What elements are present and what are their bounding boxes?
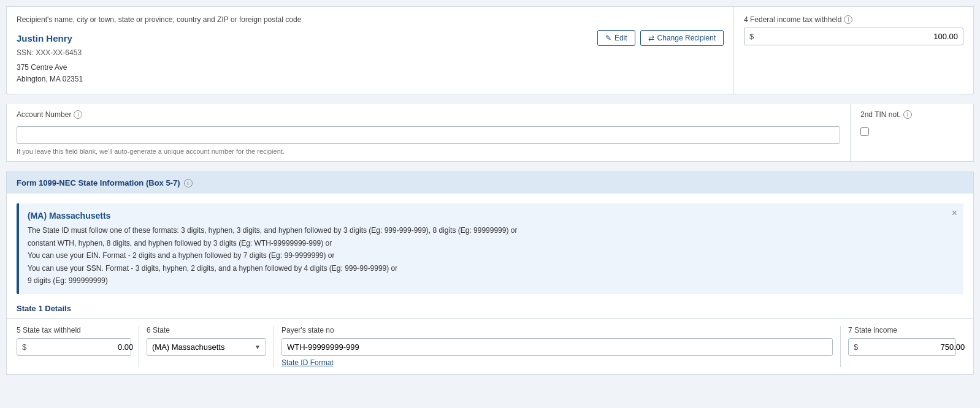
account-number-input[interactable]	[17, 126, 840, 144]
federal-tax-input[interactable]	[757, 28, 958, 45]
state-details-label: State 1 Details	[7, 299, 973, 318]
state-info-box: × (MA) Massachusetts The State ID must f…	[17, 203, 963, 294]
federal-info-icon[interactable]: i	[844, 15, 852, 24]
payer-state-label: Payer's state no	[281, 326, 334, 334]
address-line2: Abington, MA 02351	[17, 74, 724, 85]
address-line1: 375 Centre Ave	[17, 62, 724, 74]
federal-label: 4 Federal income tax withheld	[744, 15, 841, 24]
info-line-2: constant WTH, hyphen, 8 digits, and hyph…	[28, 237, 955, 249]
state-select-label: 6 State	[147, 326, 170, 334]
state-income-field: 7 State income $	[841, 326, 963, 367]
state-income-input-wrap: $	[848, 338, 956, 356]
account-number-label: Account Number	[17, 110, 71, 119]
recipient-panel: Recipient's name, city or town, state or…	[7, 7, 734, 94]
state-information-section: Form 1099-NEC State Information (Box 5-7…	[6, 172, 974, 375]
info-line-5: 9 digits (Eg: 999999999)	[28, 274, 955, 287]
state-tax-input[interactable]	[30, 339, 133, 355]
payer-state-field: Payer's state no State ID Format	[274, 326, 841, 367]
edit-label: Edit	[614, 34, 627, 42]
info-line-4: You can use your SSN. Format - 3 digits,…	[28, 262, 955, 274]
state-tax-input-wrap: $	[17, 338, 131, 356]
state-fields-row: 5 State tax withheld $ 6 State (MA) Mass…	[7, 318, 973, 374]
change-recipient-button[interactable]: ⇄ Change Recipient	[640, 30, 724, 46]
federal-dollar-sign: $	[749, 32, 754, 41]
state-dropdown-icon: ▼	[255, 344, 261, 350]
change-icon: ⇄	[648, 34, 654, 42]
state-header-text: Form 1099-NEC State Information (Box 5-7…	[17, 178, 180, 187]
info-line-1: The State ID must follow one of these fo…	[28, 224, 955, 236]
state-select-wrap: (MA) Massachusetts (CA) California (NY) …	[147, 338, 266, 356]
tin-panel: 2nd TIN not. i	[851, 104, 973, 161]
info-line-3: You can use your EIN. Format - 2 digits …	[28, 249, 955, 262]
state-tax-field: 5 State tax withheld $	[17, 326, 139, 367]
account-info-icon[interactable]: i	[74, 110, 82, 119]
account-hint: If you leave this field blank, we'll aut…	[17, 148, 840, 155]
state-select-field: 6 State (MA) Massachusetts (CA) Californ…	[139, 326, 274, 367]
state-info-close-button[interactable]: ×	[952, 208, 957, 218]
change-recipient-label: Change Recipient	[657, 34, 716, 42]
account-panel: Account Number i If you leave this field…	[7, 104, 851, 161]
recipient-name: Justin Henry	[17, 33, 72, 43]
payer-state-input[interactable]	[281, 338, 833, 356]
edit-icon: ✎	[605, 34, 611, 42]
state-dropdown[interactable]: (MA) Massachusetts (CA) California (NY) …	[152, 339, 255, 355]
recipient-label: Recipient's name, city or town, state or…	[17, 15, 724, 24]
state-info-title: (MA) Massachusetts	[28, 211, 955, 221]
federal-panel: 4 Federal income tax withheld i $	[734, 7, 973, 94]
edit-button[interactable]: ✎ Edit	[597, 30, 635, 46]
state-info-text: The State ID must follow one of these fo…	[28, 224, 955, 287]
state-section-header: Form 1099-NEC State Information (Box 5-7…	[7, 172, 973, 194]
federal-tax-field: $	[744, 28, 963, 45]
state-income-dollar: $	[854, 342, 858, 352]
tin-info-icon[interactable]: i	[903, 110, 912, 119]
tin-label: 2nd TIN not.	[860, 110, 901, 119]
state-tax-label: 5 State tax withheld	[17, 326, 81, 334]
state-header-info-icon[interactable]: i	[184, 179, 193, 187]
state-income-label: 7 State income	[848, 326, 897, 334]
ssn-text: SSN: XXX-XX-6453	[17, 48, 724, 57]
tin-checkbox[interactable]	[860, 127, 869, 136]
state-tax-dollar: $	[22, 342, 26, 352]
state-id-format-link[interactable]: State ID Format	[281, 358, 833, 367]
state-income-input[interactable]	[862, 339, 965, 355]
